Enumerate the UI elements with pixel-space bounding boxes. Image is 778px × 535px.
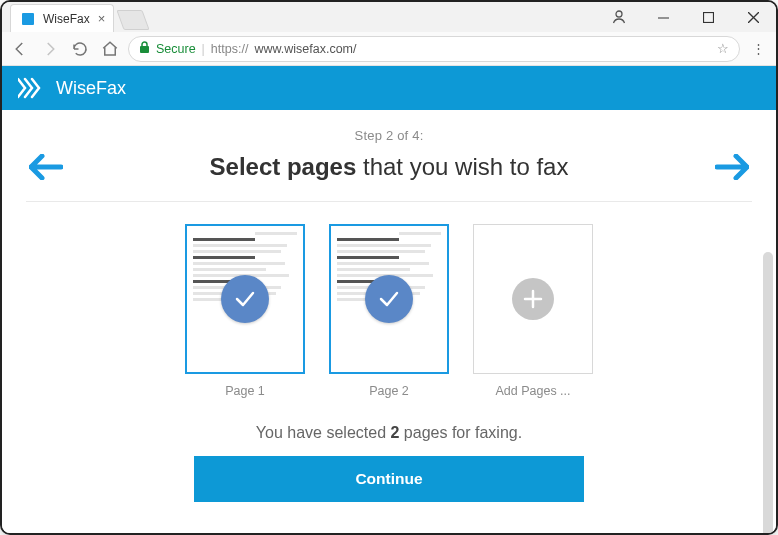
heading-row: Select pages that you wish to fax: [26, 147, 752, 187]
page-heading: Select pages that you wish to fax: [210, 153, 569, 181]
new-tab-button[interactable]: [117, 10, 150, 30]
tab-title-label: WiseFax: [43, 12, 90, 26]
page-thumbnail-2[interactable]: [329, 224, 449, 374]
minimize-icon[interactable]: [641, 2, 686, 32]
url-rest: www.wisefax.com/: [254, 42, 356, 56]
page-item-1: Page 1: [185, 224, 305, 398]
svg-rect-3: [704, 12, 714, 22]
main-content: Step 2 of 4: Select pages that you wish …: [2, 110, 776, 533]
scrollbar[interactable]: [763, 250, 773, 533]
divider: [26, 201, 752, 202]
brand-mark-icon: [18, 77, 46, 99]
next-step-button[interactable]: [712, 147, 752, 187]
svg-rect-0: [22, 13, 34, 25]
tab-favicon-icon: [21, 12, 35, 26]
heading-rest: that you wish to fax: [356, 153, 568, 180]
back-icon[interactable]: [8, 37, 32, 61]
selected-summary: You have selected 2 pages for faxing.: [256, 424, 522, 442]
browser-window: WiseFax ×: [0, 0, 778, 535]
account-icon[interactable]: [596, 2, 641, 32]
url-input[interactable]: Secure | https://www.wisefax.com/ ☆: [128, 36, 740, 62]
page-thumbnail-1[interactable]: [185, 224, 305, 374]
continue-label: Continue: [355, 470, 422, 488]
heading-bold: Select pages: [210, 153, 357, 180]
kebab-menu-icon[interactable]: ⋮: [746, 41, 770, 56]
previous-step-button[interactable]: [26, 147, 66, 187]
star-icon[interactable]: ☆: [717, 41, 729, 56]
scrollbar-thumb[interactable]: [763, 252, 773, 533]
tab-strip: WiseFax ×: [2, 2, 776, 32]
maximize-icon[interactable]: [686, 2, 731, 32]
svg-rect-6: [140, 46, 149, 53]
lock-icon: [139, 41, 150, 57]
browser-tab[interactable]: WiseFax ×: [10, 4, 114, 32]
secure-label: Secure: [156, 42, 196, 56]
add-pages-button[interactable]: [473, 224, 593, 374]
address-bar: Secure | https://www.wisefax.com/ ☆ ⋮: [2, 32, 776, 66]
home-icon[interactable]: [98, 37, 122, 61]
plus-icon: [512, 278, 554, 320]
selected-pre: You have selected: [256, 424, 391, 441]
brand-name-label: WiseFax: [56, 78, 126, 99]
brand-bar: WiseFax: [2, 66, 776, 110]
selected-check-icon: [221, 275, 269, 323]
selected-check-icon: [365, 275, 413, 323]
page-item-2: Page 2: [329, 224, 449, 398]
step-label: Step 2 of 4:: [355, 128, 424, 143]
svg-point-1: [616, 11, 622, 17]
continue-button[interactable]: Continue: [194, 456, 584, 502]
page-2-label: Page 2: [369, 384, 409, 398]
brand-logo[interactable]: WiseFax: [18, 77, 126, 99]
close-window-icon[interactable]: [731, 2, 776, 32]
page-item-add: Add Pages ...: [473, 224, 593, 398]
page-1-label: Page 1: [225, 384, 265, 398]
selected-post: pages for faxing.: [399, 424, 522, 441]
add-pages-label: Add Pages ...: [495, 384, 570, 398]
pages-row: Page 1 Page 2: [185, 224, 593, 398]
close-tab-icon[interactable]: ×: [98, 11, 106, 26]
reload-icon[interactable]: [68, 37, 92, 61]
forward-icon: [38, 37, 62, 61]
url-prefix: https://: [211, 42, 249, 56]
